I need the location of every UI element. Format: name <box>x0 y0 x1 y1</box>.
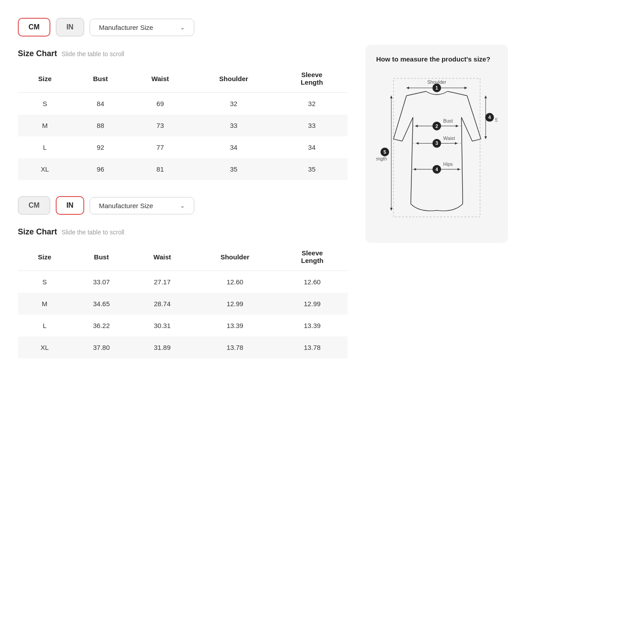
svg-line-8 <box>461 117 472 141</box>
table-cell: 84 <box>72 93 129 115</box>
dropdown-label-2: Manufacturer Size <box>99 202 153 209</box>
table-row: L92773434 <box>18 136 348 158</box>
col-waist-2: Waist <box>131 243 193 271</box>
manufacturer-dropdown-1[interactable]: Manufacturer Size ⌄ <box>90 19 194 36</box>
size-table-1: Size Bust Waist Shoulder SleeveLength S8… <box>18 65 348 180</box>
svg-text:Shoulder: Shoulder <box>427 79 447 85</box>
table-row: S33.0727.1712.6012.60 <box>18 271 348 293</box>
table-row: XL96813535 <box>18 158 348 180</box>
table-cell: 12.99 <box>193 293 277 315</box>
svg-text:Sleeves: Sleeves <box>495 117 497 123</box>
table-row: S84693232 <box>18 93 348 115</box>
table-row: M34.6528.7412.9912.99 <box>18 293 348 315</box>
svg-text:Waist: Waist <box>443 135 455 141</box>
col-size-1: Size <box>18 65 72 93</box>
measure-title: How to measure the product's size? <box>376 55 497 63</box>
svg-marker-31 <box>484 136 487 139</box>
table-cell: 36.22 <box>71 315 131 336</box>
size-chart-subtitle-2: Slide the table to scroll <box>62 229 124 236</box>
svg-line-4 <box>394 139 402 141</box>
table-cell: XL <box>18 336 71 358</box>
table-cell: 92 <box>72 136 129 158</box>
table-cell: M <box>18 115 72 136</box>
table-cell: 13.78 <box>193 336 277 358</box>
table-cell: 69 <box>129 93 191 115</box>
svg-text:3: 3 <box>435 140 438 146</box>
svg-marker-19 <box>456 125 459 127</box>
table-cell: 33 <box>276 115 348 136</box>
svg-line-6 <box>467 96 481 139</box>
svg-line-10 <box>461 117 463 204</box>
table-cell: S <box>18 93 72 115</box>
svg-marker-22 <box>455 142 458 145</box>
table-cell: 32 <box>276 93 348 115</box>
table-cell: 27.17 <box>131 271 193 293</box>
table-cell: 13.39 <box>193 315 277 336</box>
svg-text:4: 4 <box>435 167 438 172</box>
table-cell: 28.74 <box>131 293 193 315</box>
table-cell: 81 <box>129 158 191 180</box>
chevron-down-icon-2: ⌄ <box>180 202 185 209</box>
svg-marker-18 <box>415 125 418 127</box>
table-row: M88733333 <box>18 115 348 136</box>
in-button-2[interactable]: IN <box>56 196 84 215</box>
table-cell: 12.60 <box>277 271 348 293</box>
svg-text:Bust: Bust <box>443 118 453 123</box>
table-cell: L <box>18 136 72 158</box>
table-cell: 73 <box>129 115 191 136</box>
in-button-1[interactable]: IN <box>56 18 84 37</box>
svg-marker-24 <box>414 168 416 171</box>
left-panel: CM IN Manufacturer Size ⌄ Size Chart Sli… <box>18 18 348 374</box>
section-in: CM IN Manufacturer Size ⌄ Size Chart Sli… <box>18 196 348 358</box>
unit-row-2: CM IN Manufacturer Size ⌄ <box>18 196 348 215</box>
col-bust-2: Bust <box>71 243 131 271</box>
table-cell: 34 <box>276 136 348 158</box>
table-cell: 96 <box>72 158 129 180</box>
svg-text:5: 5 <box>383 149 386 155</box>
size-chart-heading-1: Size Chart Slide the table to scroll <box>18 49 348 58</box>
svg-line-1 <box>406 91 426 96</box>
table-cell: 30.31 <box>131 315 193 336</box>
cm-button-1[interactable]: CM <box>18 18 50 37</box>
table-cell: 33 <box>191 115 276 136</box>
chevron-down-icon-1: ⌄ <box>180 24 185 31</box>
table-cell: 77 <box>129 136 191 158</box>
table-cell: 35 <box>276 158 348 180</box>
svg-marker-15 <box>406 86 409 89</box>
table-cell: XL <box>18 158 72 180</box>
table-cell: 33.07 <box>71 271 131 293</box>
table-cell: 34.65 <box>71 293 131 315</box>
table-cell: 88 <box>72 115 129 136</box>
unit-row-1: CM IN Manufacturer Size ⌄ <box>18 18 348 37</box>
svg-marker-28 <box>390 208 393 210</box>
table-cell: L <box>18 315 71 336</box>
svg-marker-30 <box>484 96 487 98</box>
table-cell: M <box>18 293 71 315</box>
table-row: L36.2230.3113.3913.39 <box>18 315 348 336</box>
svg-marker-27 <box>390 96 393 98</box>
garment-diagram: 1 2 3 4 5 4 Should <box>376 72 497 232</box>
col-sleeve-2: SleeveLength <box>277 243 348 271</box>
table-cell: 32 <box>191 93 276 115</box>
table-row: XL37.8031.8913.7813.78 <box>18 336 348 358</box>
col-bust-1: Bust <box>72 65 129 93</box>
manufacturer-dropdown-2[interactable]: Manufacturer Size ⌄ <box>90 197 194 214</box>
col-shoulder-2: Shoulder <box>193 243 277 271</box>
col-sleeve-1: SleeveLength <box>276 65 348 93</box>
size-chart-title-2: Size Chart <box>18 227 57 237</box>
svg-text:1: 1 <box>435 85 438 90</box>
svg-text:Hips: Hips <box>443 161 453 167</box>
measure-panel: How to measure the product's size? <box>365 45 508 243</box>
svg-line-3 <box>394 96 406 139</box>
table-cell: 12.99 <box>277 293 348 315</box>
svg-marker-21 <box>416 142 418 145</box>
svg-marker-16 <box>464 86 467 89</box>
cm-button-2[interactable]: CM <box>18 196 50 215</box>
col-shoulder-1: Shoulder <box>191 65 276 93</box>
svg-line-9 <box>411 117 413 204</box>
svg-line-5 <box>402 117 413 141</box>
table-cell: 13.39 <box>277 315 348 336</box>
svg-marker-25 <box>458 168 460 171</box>
right-panel: How to measure the product's size? <box>365 18 508 374</box>
section-cm: CM IN Manufacturer Size ⌄ Size Chart Sli… <box>18 18 348 180</box>
